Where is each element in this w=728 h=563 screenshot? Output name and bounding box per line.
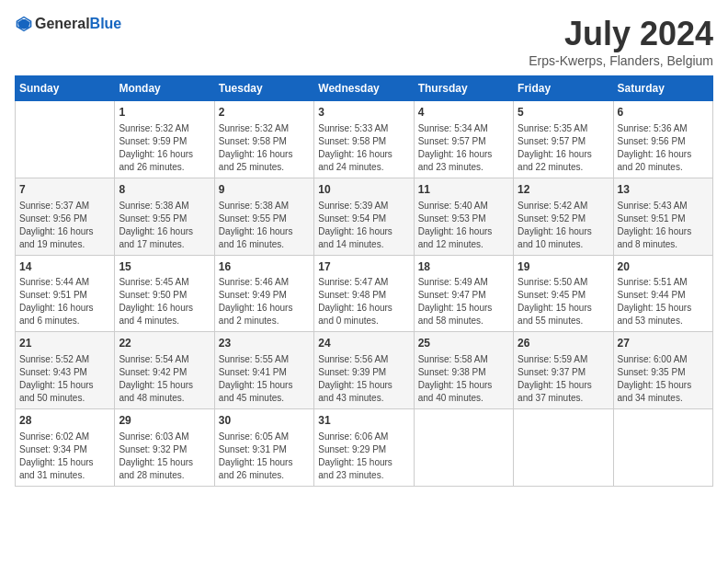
day-info: Sunrise: 5:32 AM Sunset: 9:59 PM Dayligh…: [119, 122, 210, 174]
logo-general: General: [35, 16, 90, 31]
day-cell: 7Sunrise: 5:37 AM Sunset: 9:56 PM Daylig…: [16, 178, 115, 255]
day-cell: 4Sunrise: 5:34 AM Sunset: 9:57 PM Daylig…: [414, 101, 513, 178]
day-number: 25: [418, 336, 509, 351]
day-cell: [613, 409, 712, 487]
day-cell: 28Sunrise: 6:02 AM Sunset: 9:34 PM Dayli…: [16, 409, 115, 487]
day-cell: [414, 409, 513, 487]
day-info: Sunrise: 5:42 AM Sunset: 9:52 PM Dayligh…: [518, 200, 609, 251]
day-info: Sunrise: 5:51 AM Sunset: 9:44 PM Dayligh…: [618, 276, 709, 327]
day-cell: 1Sunrise: 5:32 AM Sunset: 9:59 PM Daylig…: [115, 101, 214, 178]
day-info: Sunrise: 5:52 AM Sunset: 9:43 PM Dayligh…: [19, 353, 110, 405]
week-row-2: 14Sunrise: 5:44 AM Sunset: 9:51 PM Dayli…: [16, 255, 713, 332]
day-number: 7: [19, 182, 110, 198]
day-info: Sunrise: 6:06 AM Sunset: 9:29 PM Dayligh…: [318, 431, 409, 482]
day-number: 19: [518, 259, 609, 275]
day-info: Sunrise: 5:44 AM Sunset: 9:51 PM Dayligh…: [19, 276, 110, 327]
day-number: 8: [119, 182, 210, 198]
day-info: Sunrise: 5:38 AM Sunset: 9:55 PM Dayligh…: [119, 200, 210, 251]
day-cell: 6Sunrise: 5:36 AM Sunset: 9:56 PM Daylig…: [613, 101, 712, 178]
day-number: 29: [119, 413, 210, 429]
day-info: Sunrise: 5:45 AM Sunset: 9:50 PM Dayligh…: [119, 276, 210, 327]
week-row-4: 28Sunrise: 6:02 AM Sunset: 9:34 PM Dayli…: [16, 409, 713, 487]
day-info: Sunrise: 5:54 AM Sunset: 9:42 PM Dayligh…: [119, 353, 210, 405]
day-info: Sunrise: 5:47 AM Sunset: 9:48 PM Dayligh…: [318, 276, 409, 327]
day-info: Sunrise: 5:36 AM Sunset: 9:56 PM Dayligh…: [618, 122, 709, 174]
calendar-table: SundayMondayTuesdayWednesdayThursdayFrid…: [15, 75, 713, 487]
day-cell: [16, 101, 115, 178]
day-info: Sunrise: 6:00 AM Sunset: 9:35 PM Dayligh…: [618, 353, 709, 405]
day-cell: 31Sunrise: 6:06 AM Sunset: 9:29 PM Dayli…: [314, 409, 414, 487]
main-title: July 2024: [529, 15, 713, 53]
col-sunday: Sunday: [16, 76, 115, 101]
col-tuesday: Tuesday: [214, 76, 313, 101]
title-area: July 2024 Erps-Kwerps, Flanders, Belgium: [529, 15, 713, 68]
week-row-0: 1Sunrise: 5:32 AM Sunset: 9:59 PM Daylig…: [16, 101, 713, 178]
day-number: 22: [119, 336, 210, 351]
col-wednesday: Wednesday: [314, 76, 414, 101]
day-number: 3: [318, 105, 409, 121]
day-cell: 25Sunrise: 5:58 AM Sunset: 9:38 PM Dayli…: [414, 332, 513, 409]
day-cell: 11Sunrise: 5:40 AM Sunset: 9:53 PM Dayli…: [414, 178, 513, 255]
day-info: Sunrise: 5:32 AM Sunset: 9:58 PM Dayligh…: [219, 122, 310, 174]
day-info: Sunrise: 5:58 AM Sunset: 9:38 PM Dayligh…: [418, 353, 509, 405]
day-info: Sunrise: 5:37 AM Sunset: 9:56 PM Dayligh…: [19, 200, 110, 251]
day-number: 31: [318, 413, 409, 429]
day-cell: [514, 409, 613, 487]
day-cell: 18Sunrise: 5:49 AM Sunset: 9:47 PM Dayli…: [414, 255, 513, 332]
day-number: 28: [19, 413, 110, 429]
day-cell: 27Sunrise: 6:00 AM Sunset: 9:35 PM Dayli…: [613, 332, 712, 409]
day-number: 1: [119, 105, 210, 121]
logo: GeneralBlue: [15, 15, 121, 33]
day-number: 11: [418, 182, 509, 198]
logo-blue: Blue: [90, 16, 122, 31]
logo-text: GeneralBlue: [35, 16, 121, 32]
day-info: Sunrise: 5:34 AM Sunset: 9:57 PM Dayligh…: [418, 122, 509, 174]
day-cell: 19Sunrise: 5:50 AM Sunset: 9:45 PM Dayli…: [514, 255, 613, 332]
day-cell: 20Sunrise: 5:51 AM Sunset: 9:44 PM Dayli…: [613, 255, 712, 332]
day-cell: 21Sunrise: 5:52 AM Sunset: 9:43 PM Dayli…: [16, 332, 115, 409]
col-saturday: Saturday: [613, 76, 712, 101]
day-number: 15: [119, 259, 210, 275]
day-cell: 9Sunrise: 5:38 AM Sunset: 9:55 PM Daylig…: [214, 178, 313, 255]
day-info: Sunrise: 5:49 AM Sunset: 9:47 PM Dayligh…: [418, 276, 509, 327]
subtitle: Erps-Kwerps, Flanders, Belgium: [529, 53, 713, 68]
day-cell: 15Sunrise: 5:45 AM Sunset: 9:50 PM Dayli…: [115, 255, 214, 332]
day-cell: 12Sunrise: 5:42 AM Sunset: 9:52 PM Dayli…: [514, 178, 613, 255]
day-number: 24: [318, 336, 409, 351]
day-number: 21: [19, 336, 110, 351]
day-cell: 23Sunrise: 5:55 AM Sunset: 9:41 PM Dayli…: [214, 332, 313, 409]
logo-icon: [15, 15, 33, 33]
day-number: 17: [318, 259, 409, 275]
day-cell: 22Sunrise: 5:54 AM Sunset: 9:42 PM Dayli…: [115, 332, 214, 409]
day-number: 23: [219, 336, 310, 351]
day-info: Sunrise: 5:50 AM Sunset: 9:45 PM Dayligh…: [518, 276, 609, 327]
day-cell: 30Sunrise: 6:05 AM Sunset: 9:31 PM Dayli…: [214, 409, 313, 487]
day-info: Sunrise: 5:55 AM Sunset: 9:41 PM Dayligh…: [219, 353, 310, 405]
day-info: Sunrise: 6:05 AM Sunset: 9:31 PM Dayligh…: [219, 431, 310, 482]
day-cell: 24Sunrise: 5:56 AM Sunset: 9:39 PM Dayli…: [314, 332, 414, 409]
day-number: 9: [219, 182, 310, 198]
day-number: 10: [318, 182, 409, 198]
week-row-3: 21Sunrise: 5:52 AM Sunset: 9:43 PM Dayli…: [16, 332, 713, 409]
col-monday: Monday: [115, 76, 214, 101]
day-info: Sunrise: 5:35 AM Sunset: 9:57 PM Dayligh…: [518, 122, 609, 174]
day-cell: 8Sunrise: 5:38 AM Sunset: 9:55 PM Daylig…: [115, 178, 214, 255]
day-info: Sunrise: 5:38 AM Sunset: 9:55 PM Dayligh…: [219, 200, 310, 251]
day-info: Sunrise: 5:46 AM Sunset: 9:49 PM Dayligh…: [219, 276, 310, 327]
day-cell: 3Sunrise: 5:33 AM Sunset: 9:58 PM Daylig…: [314, 101, 414, 178]
day-number: 27: [618, 336, 709, 351]
day-number: 12: [518, 182, 609, 198]
day-cell: 2Sunrise: 5:32 AM Sunset: 9:58 PM Daylig…: [214, 101, 313, 178]
day-cell: 13Sunrise: 5:43 AM Sunset: 9:51 PM Dayli…: [613, 178, 712, 255]
day-cell: 17Sunrise: 5:47 AM Sunset: 9:48 PM Dayli…: [314, 255, 414, 332]
day-info: Sunrise: 5:39 AM Sunset: 9:54 PM Dayligh…: [318, 200, 409, 251]
day-number: 13: [618, 182, 709, 198]
day-cell: 26Sunrise: 5:59 AM Sunset: 9:37 PM Dayli…: [514, 332, 613, 409]
day-number: 30: [219, 413, 310, 429]
day-info: Sunrise: 5:40 AM Sunset: 9:53 PM Dayligh…: [418, 200, 509, 251]
col-friday: Friday: [514, 76, 613, 101]
col-thursday: Thursday: [414, 76, 513, 101]
day-info: Sunrise: 5:43 AM Sunset: 9:51 PM Dayligh…: [618, 200, 709, 251]
day-number: 16: [219, 259, 310, 275]
day-info: Sunrise: 6:03 AM Sunset: 9:32 PM Dayligh…: [119, 431, 210, 482]
